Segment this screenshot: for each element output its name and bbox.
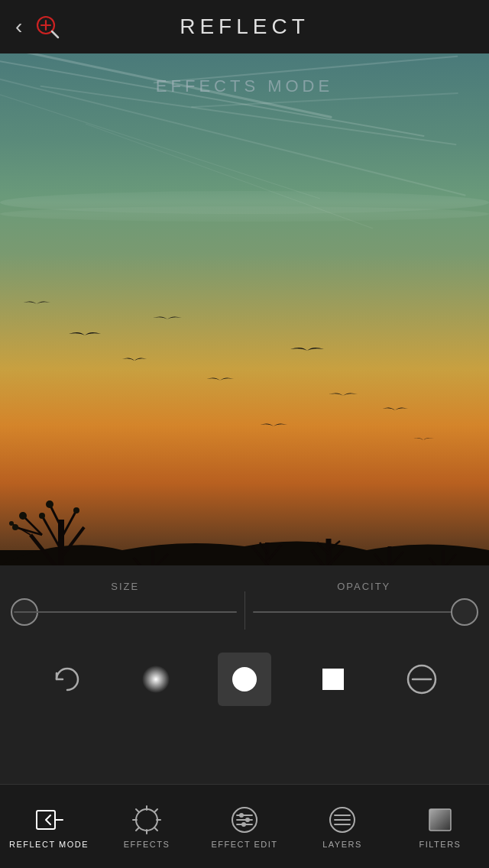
opacity-label: OPACITY	[253, 581, 476, 592]
opacity-slider-group: OPACITY	[253, 581, 476, 626]
svg-line-3	[52, 31, 58, 37]
svg-point-58	[245, 818, 250, 822]
svg-point-39	[232, 667, 257, 691]
nav-filters[interactable]: FILTERS	[394, 797, 486, 857]
hard-circle-tool[interactable]	[218, 653, 271, 706]
brush-tools-row	[0, 640, 489, 718]
app-title: REFLECT	[180, 15, 309, 39]
nav-layers[interactable]: LAYERS	[296, 797, 388, 857]
svg-line-53	[136, 828, 139, 831]
search-plus-icon[interactable]	[34, 14, 60, 40]
svg-line-10	[50, 504, 61, 527]
square-tool[interactable]	[306, 653, 360, 706]
layers-label: LAYERS	[322, 840, 362, 849]
reset-tool[interactable]	[40, 653, 94, 706]
svg-point-15	[12, 524, 18, 530]
photo-background: EFFECTS MODE	[0, 53, 489, 627]
bottom-nav: REFLECT MODE EFFECTS EFFEC	[0, 784, 489, 868]
controls-panel: SIZE OPACITY	[0, 565, 489, 784]
back-button[interactable]: ‹	[15, 15, 22, 39]
svg-point-14	[19, 512, 27, 520]
svg-point-60	[241, 822, 246, 827]
svg-rect-40	[322, 669, 344, 690]
effect-edit-label: EFFECT EDIT	[211, 840, 277, 849]
size-track	[14, 611, 237, 613]
slider-divider	[244, 591, 245, 630]
nav-effect-edit[interactable]: EFFECT EDIT	[199, 797, 290, 857]
app-header: ‹ REFLECT	[0, 0, 489, 53]
reflect-mode-label: REFLECT MODE	[9, 840, 89, 849]
svg-point-38	[142, 666, 170, 693]
nav-reflect-mode[interactable]: REFLECT MODE	[3, 797, 95, 857]
svg-point-18	[46, 500, 53, 508]
soft-circle-tool[interactable]	[129, 653, 183, 706]
sliders-row: SIZE OPACITY	[0, 565, 489, 637]
nav-effects[interactable]: EFFECTS	[101, 797, 193, 857]
svg-rect-65	[429, 809, 451, 831]
photo-canvas: EFFECTS MODE	[0, 53, 489, 627]
filters-label: FILTERS	[419, 840, 461, 849]
size-slider-track[interactable]	[14, 598, 237, 626]
size-slider-group: SIZE	[14, 581, 237, 626]
svg-line-51	[154, 828, 157, 831]
opacity-slider-track[interactable]	[253, 598, 476, 626]
effects-label: EFFECTS	[124, 840, 170, 849]
svg-line-50	[136, 809, 139, 812]
eraser-tool[interactable]	[395, 653, 449, 706]
svg-point-56	[239, 813, 244, 818]
size-label: SIZE	[14, 581, 237, 592]
svg-point-16	[39, 513, 45, 519]
header-left-icons: ‹	[15, 14, 60, 40]
svg-point-17	[9, 521, 14, 526]
svg-point-19	[73, 507, 79, 513]
opacity-track	[253, 611, 476, 613]
svg-line-52	[154, 809, 157, 812]
opacity-slider-thumb[interactable]	[451, 598, 478, 626]
